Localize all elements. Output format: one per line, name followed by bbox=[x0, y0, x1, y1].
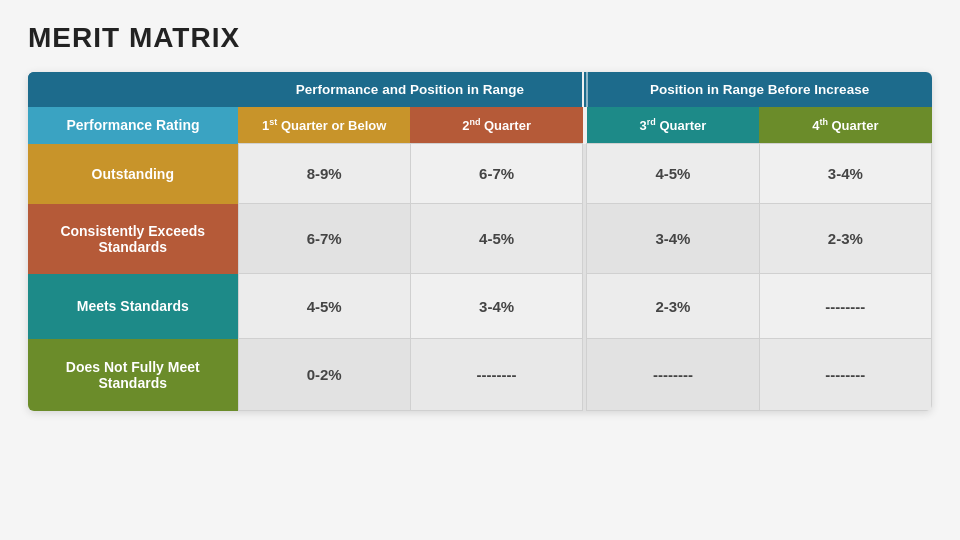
col-performance-rating: Performance Rating bbox=[28, 107, 238, 144]
header-perf-empty bbox=[28, 72, 238, 107]
row-q1-value: 8-9% bbox=[238, 144, 410, 204]
row-q3-value: -------- bbox=[587, 339, 759, 411]
row-label: Meets Standards bbox=[28, 274, 238, 339]
q4-suffix: Quarter bbox=[828, 118, 879, 133]
header-group1: Performance and Position in Range bbox=[238, 72, 583, 107]
row-q4-value: -------- bbox=[759, 339, 931, 411]
header-row-2: Performance Rating 1st Quarter or Below … bbox=[28, 107, 932, 144]
row-q4-value: 2-3% bbox=[759, 204, 931, 274]
header-group2: Position in Range Before Increase bbox=[587, 72, 932, 107]
row-label: Does Not Fully Meet Standards bbox=[28, 339, 238, 411]
row-q3-value: 2-3% bbox=[587, 274, 759, 339]
row-q2-value: 4-5% bbox=[410, 204, 582, 274]
header-row-1: Performance and Position in Range Positi… bbox=[28, 72, 932, 107]
row-q3-value: 4-5% bbox=[587, 144, 759, 204]
row-q2-value: 6-7% bbox=[410, 144, 582, 204]
q2-suffix: Quarter bbox=[480, 118, 531, 133]
row-q1-value: 6-7% bbox=[238, 204, 410, 274]
row-label: Consistently Exceeds Standards bbox=[28, 204, 238, 274]
q3-suffix: Quarter bbox=[656, 118, 707, 133]
row-q2-value: -------- bbox=[410, 339, 582, 411]
row-q4-value: -------- bbox=[759, 274, 931, 339]
q2-sup: nd bbox=[469, 117, 480, 127]
row-q4-value: 3-4% bbox=[759, 144, 931, 204]
page: MERIT MATRIX Performance and Position in… bbox=[0, 0, 960, 540]
col-q4-header: 4th Quarter bbox=[759, 107, 931, 144]
merit-matrix-table: Performance and Position in Range Positi… bbox=[28, 72, 932, 411]
col-q3-header: 3rd Quarter bbox=[587, 107, 759, 144]
page-title: MERIT MATRIX bbox=[28, 22, 932, 54]
row-label: Outstanding bbox=[28, 144, 238, 204]
row-q1-value: 0-2% bbox=[238, 339, 410, 411]
table-row: Outstanding 8-9% 6-7% 4-5% 3-4% bbox=[28, 144, 932, 204]
col-q2-header: 2nd Quarter bbox=[410, 107, 582, 144]
q3-sup: rd bbox=[647, 117, 656, 127]
table-row: Meets Standards 4-5% 3-4% 2-3% -------- bbox=[28, 274, 932, 339]
table-row: Consistently Exceeds Standards 6-7% 4-5%… bbox=[28, 204, 932, 274]
col-q1-header: 1st Quarter or Below bbox=[238, 107, 410, 144]
row-q3-value: 3-4% bbox=[587, 204, 759, 274]
row-q1-value: 4-5% bbox=[238, 274, 410, 339]
table-row: Does Not Fully Meet Standards 0-2% -----… bbox=[28, 339, 932, 411]
row-q2-value: 3-4% bbox=[410, 274, 582, 339]
q4-sup: th bbox=[819, 117, 828, 127]
q3-label: 3 bbox=[640, 118, 647, 133]
q1-suffix: Quarter or Below bbox=[277, 118, 386, 133]
